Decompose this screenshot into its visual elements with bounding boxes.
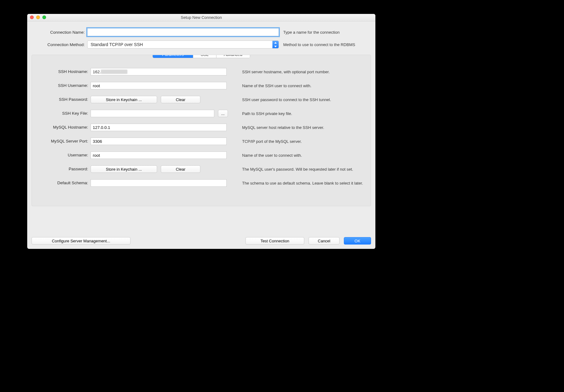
ssh-password-hint: SSH user password to connect to the SSH … [236, 96, 366, 103]
minimize-icon[interactable] [36, 15, 40, 19]
ssh-username-label: SSH Username: [36, 82, 91, 88]
select-stepper-icon[interactable] [272, 41, 279, 48]
ssh-username-hint: Name of the SSH user to connect with. [236, 82, 366, 89]
mysql-hostname-label: MySQL Hostname: [36, 124, 91, 130]
test-connection-button[interactable]: Test Connection [246, 237, 304, 245]
tab-parameters[interactable]: Parameters [153, 55, 193, 58]
ssh-password-label: SSH Password: [36, 96, 91, 102]
connection-name-label: Connection Name: [33, 30, 87, 35]
connection-name-input[interactable] [87, 28, 279, 36]
connection-method-label: Connection Method: [33, 42, 87, 47]
ssh-password-store-button[interactable]: Store in Keychain ... [91, 96, 157, 103]
mysql-hostname-input[interactable] [91, 124, 227, 131]
setup-connection-window: Setup New Connection Connection Name: Ty… [27, 14, 375, 249]
connection-method-value: Standard TCP/IP over SSH [87, 40, 279, 49]
configure-server-button[interactable]: Configure Server Management... [32, 237, 130, 245]
mysql-port-input[interactable] [91, 138, 227, 145]
username-hint: Name of the user to connect with. [236, 151, 366, 158]
ok-button[interactable]: OK [344, 237, 371, 245]
ssh-hostname-value-prefix: 162. [93, 70, 101, 74]
password-store-button[interactable]: Store in Keychain ... [91, 165, 157, 173]
default-schema-input[interactable] [91, 179, 227, 187]
password-hint: The MySQL user's password. Will be reque… [236, 165, 366, 172]
tab-advanced[interactable]: Advanced [216, 55, 250, 58]
ssh-password-clear-button[interactable]: Clear [161, 96, 200, 103]
ssh-hostname-label: SSH Hostname: [36, 68, 91, 74]
titlebar: Setup New Connection [27, 14, 375, 21]
mysql-hostname-hint: MySQL server host relative to the SSH se… [236, 124, 366, 130]
footer: Configure Server Management... Test Conn… [32, 237, 371, 245]
connection-header: Connection Name: Type a name for the con… [27, 21, 375, 55]
ssh-username-input[interactable] [91, 82, 227, 89]
window-title: Setup New Connection [181, 15, 222, 20]
parameters-panel: Parameters SSL Advanced SSH Hostname: 16… [32, 55, 371, 206]
connection-method-hint: Method to use to connect to the RDBMS [279, 42, 370, 47]
zoom-icon[interactable] [42, 15, 46, 19]
ssh-keyfile-hint: Path to SSH private key file. [236, 110, 366, 117]
ssh-keyfile-label: SSH Key File: [36, 110, 91, 116]
connection-method-select[interactable]: Standard TCP/IP over SSH [87, 40, 279, 49]
password-label: Password: [36, 165, 91, 171]
ssh-keyfile-input[interactable] [91, 110, 214, 117]
default-schema-hint: The schema to use as default schema. Lea… [236, 179, 366, 186]
cancel-button[interactable]: Cancel [309, 237, 340, 245]
ssh-hostname-input[interactable]: 162. [91, 68, 227, 75]
window-controls [30, 15, 46, 19]
ssh-keyfile-browse-button[interactable]: ... [218, 110, 228, 117]
mysql-port-label: MySQL Server Port: [36, 138, 91, 143]
connection-name-hint: Type a name for the connection [279, 30, 370, 35]
default-schema-label: Default Schema: [36, 179, 91, 185]
mysql-port-hint: TCP/IP port of the MySQL server. [236, 138, 366, 144]
password-clear-button[interactable]: Clear [161, 165, 200, 173]
ssh-hostname-redacted [101, 70, 127, 74]
username-label: Username: [36, 151, 91, 157]
ssh-hostname-hint: SSH server hostname, with optional port … [236, 68, 366, 75]
tab-ssl[interactable]: SSL [193, 55, 216, 58]
close-icon[interactable] [30, 15, 34, 19]
tab-group: Parameters SSL Advanced [152, 55, 250, 58]
username-input[interactable] [91, 151, 227, 159]
